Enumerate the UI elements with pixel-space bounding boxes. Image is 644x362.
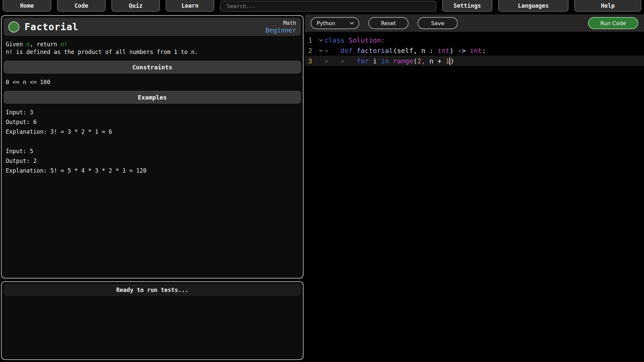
nav-tab-help[interactable]: Help [574,0,641,12]
code-token: n! is defined as the product of all numb… [6,49,198,55]
examples-header-label: Examples [138,94,167,101]
constraint-line: 0 <= n <= 100 [6,78,301,86]
example-line: Output: 2 [6,156,301,166]
code-token [389,57,393,65]
main-area: Factorial Math Beginner Given n, return … [0,14,644,362]
code-token: int [437,47,449,55]
constraints-header: Constraints [4,61,301,73]
save-button[interactable]: Save [418,17,458,29]
code-token: in [381,57,389,65]
code-token: , [421,57,425,65]
code-token: ( [413,57,417,65]
problem-title: Factorial [24,21,78,33]
code-token: n [26,41,30,48]
description-line: Given n, return n! [6,41,301,48]
code-editor[interactable]: 1class Solution:2» def factorial(self, n… [305,32,644,362]
editor-column: Python Reset Save Run Code 1class Soluti… [305,14,644,362]
status-dot-icon [8,21,19,33]
code-token [328,47,340,55]
search-input[interactable] [220,1,436,12]
code-token: » [324,47,328,55]
examples-header: Examples [4,91,301,104]
code-line[interactable]: 2» def factorial(self, n : int) -> int: [305,45,644,56]
code-token: n + [425,57,445,65]
editor-toolbar: Python Reset Save Run Code [305,14,644,32]
nav-tab-home[interactable]: Home [3,0,51,12]
chevron-down-icon [319,48,322,52]
language-select-value: Python [317,20,335,26]
nav-tab-learn[interactable]: Learn [166,0,214,12]
nav-tab-languages[interactable]: Languages [498,0,569,12]
example-line: Input: 5 [6,146,301,156]
code-token: » [340,57,344,65]
code-token: range [393,57,413,65]
chevron-down-icon [350,20,354,24]
constraints-header-label: Constraints [132,64,172,71]
tests-panel: Ready to run tests... [1,281,304,360]
problem-meta: Math Beginner [265,20,296,34]
code-token: factorial [357,47,393,55]
code-token: : [482,47,486,55]
example-line: Input: 3 [6,108,301,117]
code-token: i [369,57,381,65]
constraints-list: 0 <= n <= 100 [6,78,301,86]
example-line: Explanation: 3! = 3 * 2 * 1 = 6 [6,127,301,137]
fold-column[interactable] [317,40,324,41]
example-line: Explanation: 5! = 5 * 4 * 3 * 2 * 1 = 12… [6,166,301,176]
top-nav: Home Code Quiz Learn Settings Languages … [0,0,644,14]
code-token: ) -> [449,47,470,55]
tests-status-text: Ready to run tests... [116,287,189,293]
code-token: int [470,47,482,55]
code-text: » » for i in range(2, n + 1) [324,57,454,65]
code-text: class Solution: [324,36,385,44]
nav-tab-settings[interactable]: Settings [442,0,492,12]
example-gap [6,137,301,146]
code-token: def [340,47,353,55]
example-line: Output: 6 [6,117,301,127]
code-line[interactable]: 3» » for i in range(2, n + 1) [305,56,644,66]
language-select[interactable]: Python [311,17,359,29]
problem-category: Math [265,20,296,26]
code-token: Given [6,41,26,48]
code-token [328,57,340,65]
fold-column[interactable] [317,50,324,51]
reset-button[interactable]: Reset [368,17,409,29]
code-token: 1 [445,57,449,65]
line-number: 3 [305,57,317,65]
code-token: class [324,36,344,44]
run-code-button[interactable]: Run Code [588,17,638,29]
nav-tab-code[interactable]: Code [57,0,106,12]
code-line[interactable]: 1class Solution: [305,35,644,45]
problem-column: Factorial Math Beginner Given n, return … [0,14,304,362]
code-token: , return [30,41,61,48]
code-token: » [324,57,328,65]
line-number: 1 [305,37,317,44]
problem-description: Given n, return n!n! is defined as the p… [6,41,301,56]
code-token: Solution: [348,36,385,44]
code-token [353,47,357,55]
chevron-down-icon [319,38,322,41]
problem-panel: Factorial Math Beginner Given n, return … [1,15,304,279]
code-token: (self, n : [393,47,437,55]
code-token: 2 [417,57,421,65]
code-token [344,57,357,65]
line-number: 2 [305,47,317,54]
code-token: ) [450,57,454,65]
nav-tab-quiz[interactable]: Quiz [111,0,160,12]
code-token [344,36,348,44]
code-text: » def factorial(self, n : int) -> int: [324,47,486,55]
code-token: for [357,57,369,65]
description-line: n! is defined as the product of all numb… [6,48,301,56]
code-token: n! [61,41,67,48]
examples-list: Input: 3Output: 6Explanation: 3! = 3 * 2… [6,108,301,176]
problem-difficulty: Beginner [265,26,296,34]
problem-header: Factorial Math Beginner [4,18,301,36]
tests-status-bar: Ready to run tests... [4,284,301,296]
